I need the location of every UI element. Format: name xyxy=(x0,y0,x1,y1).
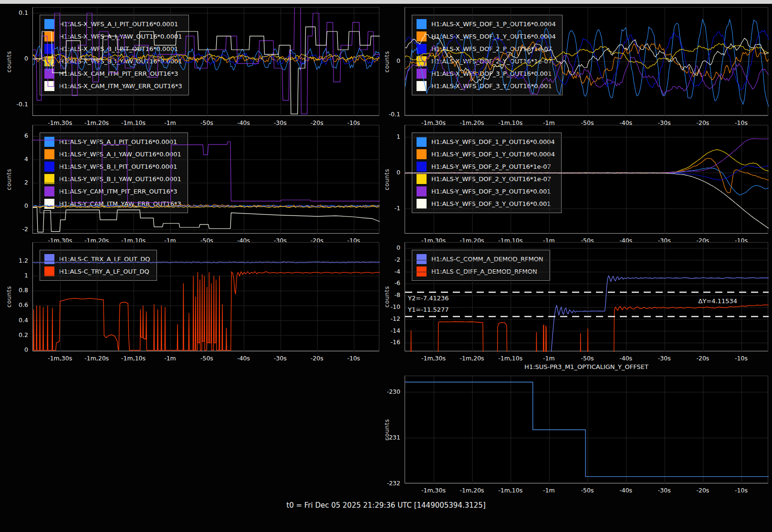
y-tick-label: -10 xyxy=(382,303,400,311)
series-line xyxy=(33,140,380,203)
x-tick-label: -30s xyxy=(262,355,298,362)
plot-area[interactable] xyxy=(405,376,768,483)
x-tick-label: -50s xyxy=(569,487,605,494)
y-tick-label: 0 xyxy=(4,346,28,354)
x-tick-label: -1m,20s xyxy=(79,355,115,362)
plot-area[interactable]: H1:ALS-X_WFS_A_I_PIT_OUT16*0.0001H1:ALS-… xyxy=(32,7,379,116)
t0-footer: t0 = Fri Dec 05 2025 21:29:36 UTC [14490… xyxy=(0,501,772,510)
y-tick-label: -6 xyxy=(382,279,400,287)
y-tick-label: 2 xyxy=(4,179,28,186)
panel-als-x-wfs-dof: counts0-0.1-1m,30s-1m,20s-1m,10s-1m-50s-… xyxy=(382,5,768,124)
y-tick-label: -4 xyxy=(382,268,400,276)
y-tick-label: 0.4 xyxy=(4,317,28,324)
y-tick-label: -1 xyxy=(382,205,400,212)
y-tick-label: 0 xyxy=(382,169,400,176)
series-line xyxy=(405,276,769,352)
series-line xyxy=(405,168,769,195)
series-line xyxy=(405,139,769,173)
panel-als-c-demod-rfmon: counts0-2-4-6-8-10-12-14-16-1m,30s-1m,20… xyxy=(382,240,768,359)
plot-canvas[interactable] xyxy=(405,376,769,484)
y-tick-label: -14 xyxy=(382,327,400,335)
series-line xyxy=(33,27,380,114)
plot-area[interactable]: H1:ALS-Y_WFS_A_I_PIT_OUT16*0.0001H1:ALS-… xyxy=(32,125,379,234)
y-tick-label: 0 xyxy=(4,55,28,62)
y-axis-label: counts xyxy=(382,125,391,234)
y-tick-label: 0.1 xyxy=(4,9,28,17)
x-tick-label: -1m,30s xyxy=(415,487,451,494)
y-tick-label: 1 xyxy=(382,133,400,141)
plot-canvas[interactable] xyxy=(33,243,380,352)
plot-area[interactable]: H1:ALS-Y_WFS_DOF_1_P_OUT16*0.0004H1:ALS-… xyxy=(405,125,768,234)
panel-als-x-wfs: counts0.10-0.1-1m,30s-1m,20s-1m,10s-1m-5… xyxy=(4,5,379,124)
y-tick-label: 6 xyxy=(4,132,28,140)
y-tick-label: 0.2 xyxy=(4,331,28,339)
series-line xyxy=(405,158,769,193)
y-tick-label: 4 xyxy=(4,155,28,163)
y-tick-label: 1 xyxy=(4,272,28,279)
plot-canvas[interactable] xyxy=(405,125,769,234)
cursor-delta-label: ΔY=4.11534 xyxy=(699,297,738,305)
series-line xyxy=(33,262,380,263)
series-line xyxy=(405,150,769,173)
cursor-label-y2: Y2=-7.41236 xyxy=(408,295,449,302)
plot-canvas[interactable] xyxy=(33,8,380,116)
y-tick-label: -0.1 xyxy=(382,111,400,118)
ndscope-window: counts0.10-0.1-1m,30s-1m,20s-1m,10s-1m-5… xyxy=(0,0,772,532)
series-line xyxy=(405,305,769,352)
plot-canvas[interactable] xyxy=(405,8,769,116)
plot-area[interactable]: H1:ALS-C_TRX_A_LF_OUT_DQH1:ALS-C_TRY_A_L… xyxy=(32,242,379,351)
x-tick-label: -20s xyxy=(685,487,721,494)
series-line xyxy=(405,19,769,106)
y-tick-label: -231 xyxy=(382,434,400,441)
x-tick-label: -1m xyxy=(531,487,567,494)
panel-als-c-trx-try: counts1.210.80.60.40.20-1m,30s-1m,20s-1m… xyxy=(4,240,379,359)
panel-sus-pr3-opticalign: H1:SUS-PR3_M1_OPTICALIGN_Y_OFFSETcounts-… xyxy=(382,358,768,493)
plot-canvas[interactable] xyxy=(33,125,380,234)
panel-als-y-wfs-dof: counts10-1-1m,30s-1m,20s-1m,10s-1m-50s-4… xyxy=(382,123,768,241)
y-tick-label: 0 xyxy=(382,244,400,252)
plot-area[interactable]: H1:ALS-C_COMM_A_DEMOD_RFMONH1:ALS-C_DIFF… xyxy=(405,242,768,351)
x-tick-label: -1m,10s xyxy=(492,487,529,494)
panel-als-y-wfs: counts6420-2-1m,30s-1m,20s-1m,10s-1m-50s… xyxy=(4,123,379,241)
series-line xyxy=(33,272,380,350)
window-titlebar xyxy=(0,0,772,4)
y-tick-label: -8 xyxy=(382,291,400,299)
y-tick-label: -230 xyxy=(382,388,400,396)
x-tick-label: -20s xyxy=(299,355,335,362)
series-line xyxy=(405,173,769,228)
y-tick-label: 0.6 xyxy=(4,301,28,309)
y-tick-label: -0.1 xyxy=(4,101,28,108)
x-tick-label: -1m xyxy=(152,355,188,362)
y-tick-label: 1.2 xyxy=(4,257,28,265)
series-line xyxy=(405,30,769,90)
x-tick-label: -1m,30s xyxy=(42,355,78,362)
y-tick-label: 0 xyxy=(382,57,400,65)
plot-title: H1:SUS-PR3_M1_OPTICALIGN_Y_OFFSET xyxy=(405,363,768,370)
x-tick-label: -40s xyxy=(225,355,261,362)
y-tick-label: 0.8 xyxy=(4,286,28,294)
y-tick-label: -232 xyxy=(382,480,400,487)
y-tick-label: -12 xyxy=(382,315,400,323)
series-line xyxy=(405,382,769,477)
x-tick-label: -50s xyxy=(188,355,225,362)
y-tick-label: -2 xyxy=(4,225,28,233)
cursor-label-y1: Y1=-11.5277 xyxy=(408,306,449,313)
x-tick-label: -40s xyxy=(608,487,644,494)
series-line xyxy=(405,42,769,86)
y-tick-label: 0 xyxy=(4,202,28,210)
x-tick-label: -1m,20s xyxy=(454,487,490,494)
x-tick-label: -1m,10s xyxy=(115,355,152,362)
series-line xyxy=(33,207,380,232)
x-tick-label: -30s xyxy=(646,487,682,494)
y-tick-label: -16 xyxy=(382,338,400,346)
x-tick-label: -10s xyxy=(723,487,760,494)
plot-area[interactable]: H1:ALS-X_WFS_DOF_1_P_OUT16*0.0004H1:ALS-… xyxy=(405,7,768,116)
y-tick-label: -2 xyxy=(382,256,400,264)
x-tick-label: -10s xyxy=(335,355,372,362)
